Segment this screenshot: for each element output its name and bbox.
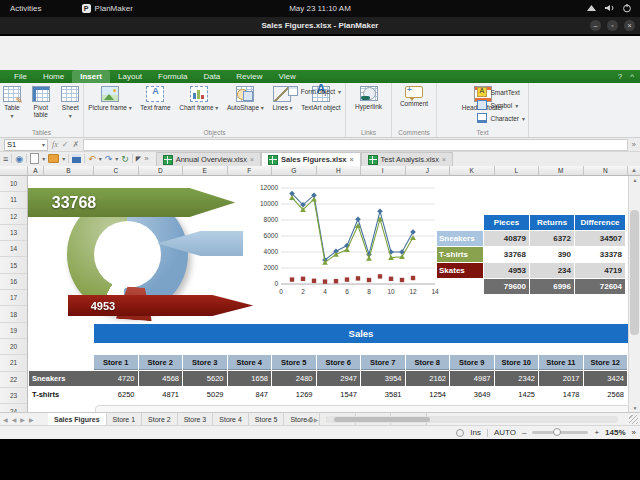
summary-cell[interactable]: 390 (530, 247, 574, 262)
store-cell[interactable]: 847 (228, 387, 272, 402)
new-document-icon[interactable] (30, 153, 39, 164)
store-row-label-sneakers[interactable]: Sneakers (29, 371, 94, 386)
name-box-dropdown-icon[interactable]: ▾ (42, 141, 45, 148)
store-cell[interactable]: 1547 (317, 387, 361, 402)
summary-row-label-skates[interactable]: Skates (437, 263, 483, 278)
store-cell[interactable]: 2947 (317, 371, 361, 386)
column-header-E[interactable]: E (183, 166, 228, 175)
store-cell[interactable]: 2017 (539, 371, 583, 386)
summary-cell[interactable]: 4953 (484, 263, 529, 278)
ribbon-item-picture-frame[interactable]: Picture frame ▾ (86, 86, 133, 112)
store-header-store-12[interactable]: Store 12 (584, 355, 628, 370)
column-header-M[interactable]: M (539, 166, 584, 175)
ribbon-item-table[interactable]: Table ▾ (0, 86, 24, 120)
close-tab-icon[interactable]: × (250, 156, 254, 163)
ribbon-item-character[interactable]: Character▾ (477, 113, 525, 123)
summary-row-label-t-shirts[interactable]: T-shirts (437, 247, 483, 262)
row-header-16[interactable]: 16 (0, 274, 27, 290)
store-cell[interactable]: 1269 (272, 387, 316, 402)
row-header-20[interactable]: 20 (0, 339, 27, 355)
column-header-N[interactable]: N (584, 166, 629, 175)
store-header-store-4[interactable]: Store 4 (228, 355, 272, 370)
pointer-icon[interactable]: ◤ (136, 154, 141, 164)
volume-icon[interactable] (604, 3, 615, 13)
row-header-13[interactable]: 13 (0, 225, 27, 241)
row-header-15[interactable]: 15 (0, 257, 27, 273)
row-header-23[interactable]: 23 (0, 388, 27, 404)
vertical-scroll-thumb[interactable] (630, 210, 639, 335)
help-icon[interactable]: ? (618, 72, 622, 81)
column-header-H[interactable]: H (317, 166, 362, 175)
summary-total-cell[interactable]: 6996 (530, 279, 574, 294)
document-tab-sales-figures-xlsx[interactable]: Sales Figures.xlsx× (261, 152, 361, 166)
zoom-out-button[interactable]: – (522, 428, 526, 437)
column-header-L[interactable]: L (495, 166, 540, 175)
ribbon-tab-data[interactable]: Data (195, 70, 228, 83)
maximize-button[interactable]: ▫ (607, 20, 618, 31)
sheet-tab-sales-figures[interactable]: Sales Figures (48, 413, 107, 425)
ribbon-tab-view[interactable]: View (271, 70, 304, 83)
calc-mode-indicator[interactable]: AUTO (494, 428, 516, 437)
ribbon-item-symbol[interactable]: Symbol▾ (477, 100, 525, 110)
insert-function-icon[interactable]: fx (52, 140, 58, 149)
callout-skates[interactable]: 4953 (68, 295, 253, 316)
document-tab-test-analysis-xlsx[interactable]: Test Analysis.xlsx× (361, 152, 453, 166)
column-header-K[interactable]: K (450, 166, 495, 175)
first-sheet-icon[interactable]: ◀ (3, 416, 8, 423)
store-cell[interactable]: 4720 (94, 371, 138, 386)
zoom-slider[interactable] (532, 431, 588, 434)
ribbon-tab-layout[interactable]: Layout (110, 70, 150, 83)
row-header-24[interactable]: 24 (0, 404, 27, 412)
minimize-button[interactable]: – (590, 20, 601, 31)
sheet-tab-store-2[interactable]: Store 2 (142, 413, 178, 425)
select-all-corner[interactable] (0, 166, 28, 175)
row-header-22[interactable]: 22 (0, 372, 27, 388)
status-overflow-icon[interactable]: » (632, 428, 636, 437)
store-cell[interactable]: 6250 (94, 387, 138, 402)
touch-mode-icon[interactable]: ◉ (15, 154, 23, 164)
row-header-18[interactable]: 18 (0, 306, 27, 322)
store-cell[interactable]: 3581 (361, 387, 405, 402)
horizontal-scrollbar[interactable] (326, 416, 618, 423)
store-cell[interactable]: 2342 (495, 371, 539, 386)
store-cell[interactable]: 1478 (539, 387, 583, 402)
sales-banner[interactable]: Sales (94, 324, 628, 343)
column-header-I[interactable]: I (361, 166, 406, 175)
summary-row-label-sneakers[interactable]: Sneakers (437, 231, 483, 246)
refresh-icon[interactable]: ↻ (121, 154, 129, 164)
store-header-store-1[interactable]: Store 1 (94, 355, 138, 370)
store-header-store-6[interactable]: Store 6 (317, 355, 361, 370)
store-header-store-9[interactable]: Store 9 (450, 355, 494, 370)
summary-cell[interactable]: 33768 (484, 247, 529, 262)
store-cell[interactable]: 4568 (139, 371, 183, 386)
ribbon-item-pivot-table[interactable]: Pivot table (24, 86, 58, 118)
close-tab-icon[interactable]: × (350, 156, 354, 163)
store-cell[interactable]: 2568 (584, 387, 628, 402)
summary-header-returns[interactable]: Returns (530, 215, 574, 230)
store-cell[interactable]: 1425 (495, 387, 539, 402)
open-document-icon[interactable] (48, 154, 59, 163)
insert-mode-indicator[interactable]: Ins (470, 428, 481, 437)
hscroll-left-icon[interactable]: ◀ (306, 416, 311, 423)
row-header-14[interactable]: 14 (0, 241, 27, 257)
summary-cell[interactable]: 33378 (575, 247, 625, 262)
power-icon[interactable] (622, 3, 632, 13)
row-header-12[interactable]: 12 (0, 209, 27, 225)
zoom-slider-thumb[interactable] (553, 428, 561, 436)
network-icon[interactable] (586, 3, 597, 13)
redo-icon[interactable]: ↷ (105, 154, 113, 164)
summary-cell[interactable]: 4719 (575, 263, 625, 278)
store-cell[interactable]: 5029 (183, 387, 227, 402)
store-header-store-5[interactable]: Store 5 (272, 355, 316, 370)
undo-icon[interactable]: ↶ (88, 154, 96, 164)
ribbon-item-text-frame[interactable]: Text frame (138, 86, 172, 111)
store-header-store-8[interactable]: Store 8 (406, 355, 450, 370)
column-header-A[interactable]: A (28, 166, 44, 175)
store-cell[interactable]: 1658 (228, 371, 272, 386)
store-header-store-7[interactable]: Store 7 (361, 355, 405, 370)
store-cell[interactable]: 1254 (406, 387, 450, 402)
zoom-level[interactable]: 145% (605, 428, 625, 437)
ribbon-item-sheet[interactable]: Sheet ▾ (58, 86, 83, 120)
sheet-tab-store-3[interactable]: Store 3 (178, 413, 214, 425)
ribbon-tab-file[interactable]: File (6, 70, 35, 83)
